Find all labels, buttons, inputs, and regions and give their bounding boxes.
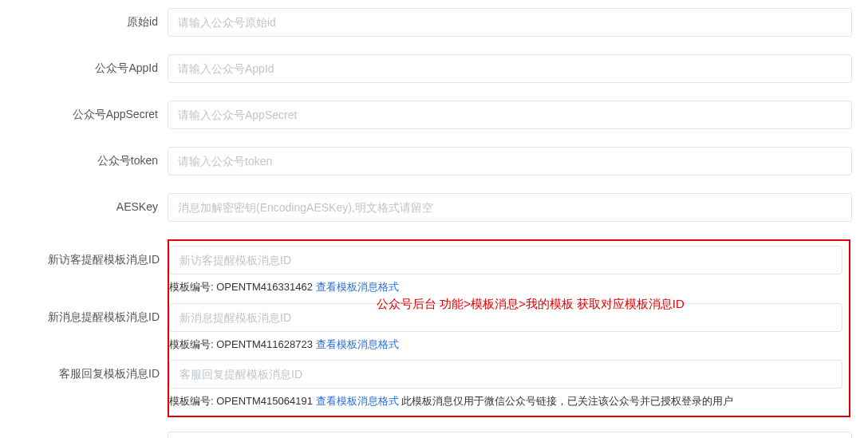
app-secret-label: 公众号AppSecret xyxy=(16,101,168,122)
app-id-label: 公众号AppId xyxy=(16,54,168,76)
template-group-box: 公众号后台 功能>模板消息>我的模板 获取对应模板消息ID 新访客提醒模板消息I… xyxy=(168,239,850,417)
description-input[interactable] xyxy=(168,432,852,439)
new-visitor-tmpl-label: 新访客提醒模板消息ID xyxy=(18,246,169,267)
app-id-input[interactable] xyxy=(168,54,852,83)
aes-key-label: AESKey xyxy=(16,193,168,213)
cs-reply-tmpl-help-prefix: 模板编号: OPENTM415064191 xyxy=(169,395,316,407)
aes-key-input[interactable] xyxy=(168,193,852,222)
new-message-tmpl-help-link[interactable]: 查看模板消息格式 xyxy=(316,338,399,350)
original-id-label: 原始id xyxy=(16,8,168,30)
app-secret-input[interactable] xyxy=(168,101,852,129)
token-input[interactable] xyxy=(168,147,852,176)
cs-reply-tmpl-label: 客服回复模板消息ID xyxy=(18,360,169,381)
new-visitor-tmpl-help-prefix: 模板编号: OPENTM416331462 xyxy=(169,281,316,293)
cs-reply-tmpl-help-link[interactable]: 查看模板消息格式 xyxy=(316,395,399,407)
original-id-input[interactable] xyxy=(168,8,852,37)
new-message-tmpl-help-prefix: 模板编号: OPENTM411628723 xyxy=(169,338,316,350)
cs-reply-tmpl-help-suffix: 此模板消息仅用于微信公众号链接，已关注该公众号并已授权登录的用户 xyxy=(399,395,734,407)
new-message-tmpl-label: 新消息提醒模板消息ID xyxy=(18,303,169,325)
description-label: 描述 xyxy=(16,432,168,439)
new-message-tmpl-help: 模板编号: OPENTM411628723 查看模板消息格式 xyxy=(169,337,842,353)
new-visitor-tmpl-help: 模板编号: OPENTM416331462 查看模板消息格式 xyxy=(169,279,842,295)
cs-reply-tmpl-input[interactable] xyxy=(169,360,842,389)
new-visitor-tmpl-input[interactable] xyxy=(169,246,842,274)
new-visitor-tmpl-help-link[interactable]: 查看模板消息格式 xyxy=(316,281,399,293)
cs-reply-tmpl-help: 模板编号: OPENTM415064191 查看模板消息格式 此模板消息仅用于微… xyxy=(169,393,842,409)
token-label: 公众号token xyxy=(16,147,168,168)
new-message-tmpl-input[interactable] xyxy=(169,303,842,332)
